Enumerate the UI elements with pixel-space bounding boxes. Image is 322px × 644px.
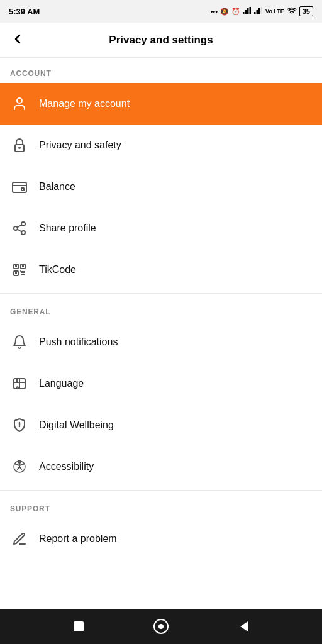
account-section-label: ACCOUNT (0, 58, 322, 83)
svg-rect-28 (23, 271, 25, 273)
report-problem-item[interactable]: Report a problem (0, 518, 322, 560)
manage-account-item[interactable]: Manage my account (0, 83, 322, 125)
privacy-safety-label: Privacy and safety (39, 140, 121, 151)
svg-rect-26 (23, 274, 25, 275)
support-section: SUPPORT Report a problem (0, 493, 322, 560)
language-item[interactable]: A Language (0, 363, 322, 404)
svg-rect-3 (250, 7, 252, 14)
qr-icon (10, 260, 29, 279)
share-profile-label: Share profile (39, 223, 96, 234)
wallet-icon (10, 177, 29, 196)
signal-dots-icon: ••• (211, 8, 218, 15)
manage-account-label: Manage my account (39, 98, 130, 109)
svg-rect-5 (257, 10, 258, 14)
signal-bars2-icon (254, 7, 263, 16)
svg-rect-4 (254, 12, 256, 14)
svg-point-36 (158, 624, 164, 629)
balance-label: Balance (39, 181, 75, 192)
nav-back-button[interactable] (235, 618, 252, 635)
share-icon (10, 219, 29, 238)
tikcode-item[interactable]: TikCode (0, 249, 322, 291)
svg-rect-27 (21, 274, 23, 275)
language-label: Language (39, 378, 84, 389)
language-icon: A (10, 374, 29, 393)
header: Privacy and settings (0, 23, 322, 58)
person-icon (10, 94, 29, 113)
push-notifications-item[interactable]: Push notifications (0, 321, 322, 363)
svg-text:A: A (16, 384, 19, 390)
accessibility-icon (10, 457, 29, 476)
general-section: GENERAL Push notifications A Language (0, 296, 322, 487)
shield-icon (10, 416, 29, 435)
alarm-icon: ⏰ (231, 8, 240, 16)
digital-wellbeing-item[interactable]: Digital Wellbeing (0, 404, 322, 446)
page-title: Privacy and settings (109, 34, 213, 47)
svg-rect-11 (13, 182, 26, 192)
bottom-navigation (0, 609, 322, 644)
svg-rect-12 (21, 188, 24, 191)
svg-rect-0 (243, 12, 245, 14)
digital-wellbeing-label: Digital Wellbeing (39, 419, 114, 431)
report-problem-label: Report a problem (39, 533, 117, 545)
svg-rect-25 (21, 271, 23, 273)
account-section: ACCOUNT Manage my account Privacy and sa… (0, 58, 322, 291)
svg-rect-23 (15, 272, 17, 274)
svg-rect-22 (22, 265, 24, 267)
share-profile-item[interactable]: Share profile (0, 208, 322, 249)
status-time: 5:39 AM (9, 7, 40, 16)
lock-icon (10, 136, 29, 155)
svg-line-16 (18, 230, 22, 232)
accessibility-item[interactable]: Accessibility (0, 446, 322, 487)
section-divider-1 (0, 293, 322, 294)
balance-item[interactable]: Balance (0, 166, 322, 208)
section-divider-2 (0, 490, 322, 491)
general-section-label: GENERAL (0, 296, 322, 321)
privacy-safety-item[interactable]: Privacy and safety (0, 125, 322, 166)
svg-point-8 (17, 98, 22, 103)
bell-icon (10, 333, 29, 352)
signal-bars-icon (243, 7, 252, 16)
edit-icon (10, 530, 29, 548)
tikcode-label: TikCode (39, 264, 76, 275)
back-button[interactable] (10, 31, 25, 49)
mute-icon: 🔕 (220, 8, 229, 16)
wifi-icon (287, 7, 297, 16)
svg-point-10 (19, 147, 20, 148)
svg-rect-7 (261, 7, 263, 14)
svg-marker-37 (240, 621, 248, 631)
lte-icon: Vo LTE (265, 8, 284, 14)
nav-home-button[interactable] (152, 618, 170, 635)
svg-rect-34 (74, 621, 84, 631)
svg-rect-2 (247, 8, 249, 14)
svg-rect-21 (15, 265, 17, 267)
battery-icon: 35 (299, 6, 313, 16)
svg-rect-6 (258, 8, 260, 14)
svg-line-17 (18, 225, 22, 228)
svg-rect-1 (245, 10, 247, 14)
push-notifications-label: Push notifications (39, 336, 118, 348)
accessibility-label: Accessibility (39, 461, 94, 472)
nav-stop-button[interactable] (70, 618, 87, 635)
support-section-label: SUPPORT (0, 493, 322, 518)
status-icons: ••• 🔕 ⏰ Vo LTE (211, 6, 313, 16)
status-bar: 5:39 AM ••• 🔕 ⏰ Vo LTE (0, 0, 322, 23)
